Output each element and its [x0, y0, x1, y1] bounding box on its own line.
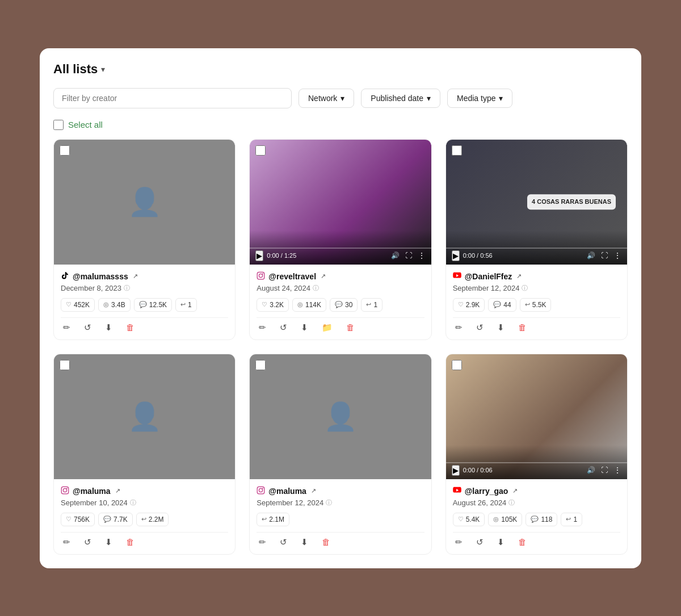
refresh-button[interactable]: ↺: [278, 321, 289, 334]
svg-point-1: [259, 274, 263, 277]
folder-button[interactable]: 📁: [320, 321, 335, 334]
stat-value: 1: [188, 301, 192, 309]
card-actions: ✏ ↺ ⬇ 📁 🗑: [257, 317, 424, 334]
volume-icon[interactable]: 🔊: [391, 252, 400, 259]
delete-button[interactable]: 🗑: [516, 536, 529, 548]
more-icon[interactable]: ⋮: [613, 466, 621, 475]
card-card5: 👤 @maluma ↗ September 12, 2024 ⓘ ↩ 2.1M: [249, 354, 431, 555]
info-icon[interactable]: ⓘ: [124, 284, 130, 292]
stat-icon: ♡: [66, 516, 72, 523]
card-actions: ✏ ↺ ⬇ 🗑: [453, 317, 620, 334]
network-filter-button[interactable]: Network ▾: [299, 89, 354, 108]
stat-value: 1: [373, 301, 377, 309]
refresh-button[interactable]: ↺: [474, 321, 486, 334]
card-body: @DanielFfez ↗ September 12, 2024 ⓘ ♡ 2.9…: [446, 265, 627, 340]
play-button[interactable]: ▶: [452, 465, 460, 476]
refresh-button[interactable]: ↺: [82, 321, 94, 334]
title-chevron-icon[interactable]: ▾: [101, 65, 105, 74]
card-card4: 👤 @maluma ↗ September 10, 2024 ⓘ ♡ 756K …: [53, 354, 236, 555]
download-button[interactable]: ⬇: [495, 536, 507, 548]
svg-rect-6: [258, 487, 265, 494]
select-all-checkbox[interactable]: [53, 120, 64, 130]
stat-badge: ↩ 2.1M: [257, 513, 289, 526]
external-link-icon[interactable]: ↗: [115, 487, 120, 495]
external-link-icon[interactable]: ↗: [133, 273, 138, 280]
published-date-filter-button[interactable]: Published date ▾: [361, 89, 440, 108]
delete-button[interactable]: 🗑: [320, 536, 333, 548]
stat-icon: ◎: [103, 301, 109, 308]
fullscreen-icon[interactable]: ⛶: [405, 252, 412, 259]
refresh-button[interactable]: ↺: [82, 536, 94, 548]
stat-badge: ♡ 452K: [61, 298, 95, 312]
card-creator: @maluma ↗: [257, 486, 424, 496]
delete-button[interactable]: 🗑: [344, 321, 357, 333]
card-checkbox-card1[interactable]: [60, 145, 70, 156]
volume-icon[interactable]: 🔊: [587, 252, 595, 259]
card-creator: @malumassss ↗: [61, 271, 228, 282]
volume-icon[interactable]: 🔊: [587, 466, 595, 474]
external-link-icon[interactable]: ↗: [311, 487, 316, 495]
edit-button[interactable]: ✏: [61, 536, 73, 548]
stat-badge: 💬 30: [330, 298, 358, 312]
delete-button[interactable]: 🗑: [124, 321, 137, 333]
download-button[interactable]: ⬇: [103, 536, 115, 548]
play-button[interactable]: ▶: [255, 250, 263, 261]
card-creator: @reveltravel ↗: [257, 271, 424, 282]
card-checkbox-card4[interactable]: [60, 360, 70, 370]
edit-button[interactable]: ✏: [61, 321, 73, 334]
date-text: September 10, 2024: [61, 498, 128, 507]
info-icon[interactable]: ⓘ: [313, 284, 319, 292]
video-time: 0:00 / 1:25: [267, 252, 387, 259]
card-card3: 4 COSAS RARAS BUENAS ▶ 0:00 / 0:56 🔊 ⛶ ⋮…: [445, 139, 628, 340]
filter-by-creator-input[interactable]: [53, 88, 292, 108]
network-label: Network: [308, 94, 337, 103]
edit-button[interactable]: ✏: [257, 321, 268, 334]
download-button[interactable]: ⬇: [299, 536, 310, 548]
fullscreen-icon[interactable]: ⛶: [601, 466, 608, 474]
svg-point-5: [66, 488, 68, 489]
stat-badge: ↩ 5.5K: [520, 298, 552, 312]
download-button[interactable]: ⬇: [103, 321, 115, 334]
download-button[interactable]: ⬇: [495, 321, 507, 334]
card-media: 👤: [54, 354, 235, 479]
stat-icon: ♡: [458, 301, 464, 308]
refresh-button[interactable]: ↺: [474, 536, 486, 548]
card-actions: ✏ ↺ ⬇ 🗑: [61, 532, 228, 548]
edit-button[interactable]: ✏: [453, 321, 465, 334]
stat-badge: 💬 118: [526, 513, 557, 526]
card-checkbox-card3[interactable]: [452, 145, 462, 156]
delete-button[interactable]: 🗑: [124, 536, 137, 548]
external-link-icon[interactable]: ↗: [512, 487, 518, 495]
info-icon[interactable]: ⓘ: [508, 498, 515, 507]
stat-badge: 💬 44: [488, 298, 516, 312]
info-icon[interactable]: ⓘ: [130, 498, 136, 507]
stat-icon: 💬: [103, 516, 111, 523]
stat-badge: 💬 12.5K: [134, 298, 172, 312]
card-checkbox-card5[interactable]: [255, 360, 266, 370]
stat-value: 2.2M: [149, 516, 164, 523]
play-button[interactable]: ▶: [452, 250, 460, 261]
edit-button[interactable]: ✏: [257, 536, 268, 548]
external-link-icon[interactable]: ↗: [516, 273, 522, 280]
media-type-filter-button[interactable]: Media type ▾: [447, 89, 512, 108]
card-date: August 24, 2024 ⓘ: [257, 284, 424, 292]
card-checkbox-card2[interactable]: [255, 145, 266, 156]
refresh-button[interactable]: ↺: [278, 536, 289, 548]
platform-icon: [453, 271, 461, 282]
info-icon[interactable]: ⓘ: [522, 284, 528, 292]
edit-button[interactable]: ✏: [453, 536, 465, 548]
card-creator: @maluma ↗: [61, 486, 228, 496]
fullscreen-icon[interactable]: ⛶: [601, 252, 608, 259]
more-icon[interactable]: ⋮: [418, 251, 426, 260]
download-button[interactable]: ⬇: [299, 321, 310, 334]
media-placeholder: 👤: [54, 354, 235, 479]
card-body: @reveltravel ↗ August 24, 2024 ⓘ ♡ 3.2K …: [250, 265, 431, 340]
delete-button[interactable]: 🗑: [516, 321, 529, 333]
select-all-label[interactable]: Select all: [68, 120, 103, 129]
stat-value: 30: [345, 301, 352, 309]
card-checkbox-card6[interactable]: [452, 360, 462, 370]
external-link-icon[interactable]: ↗: [321, 273, 326, 280]
more-icon[interactable]: ⋮: [613, 251, 621, 260]
info-icon[interactable]: ⓘ: [326, 498, 332, 507]
select-all-row: Select all: [53, 120, 628, 130]
